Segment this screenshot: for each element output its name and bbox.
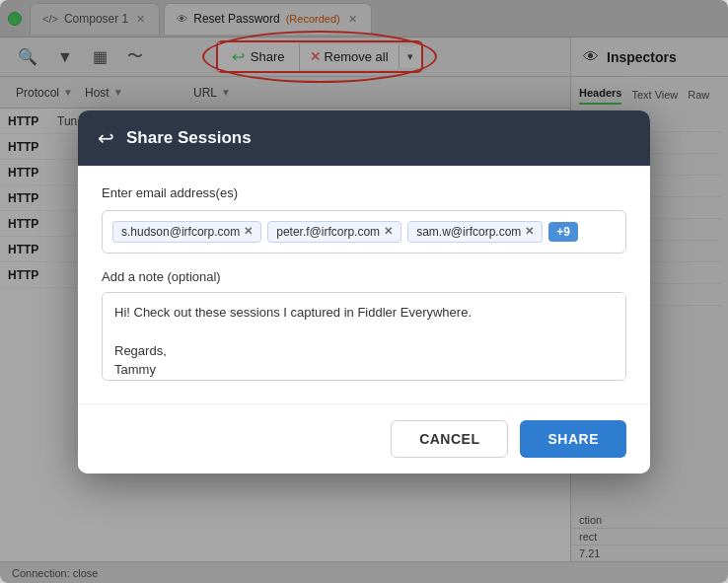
modal-body: Enter email address(es) s.hudson@irfcorp…: [78, 166, 650, 403]
email-tag-1-close[interactable]: ✕: [384, 225, 393, 238]
email-tag-0-close[interactable]: ✕: [244, 225, 253, 238]
share-sessions-modal: ↩ Share Sessions Enter email address(es)…: [78, 110, 650, 474]
email-tag-2-close[interactable]: ✕: [525, 225, 534, 238]
email-tag-0: s.hudson@irfcorp.com ✕: [112, 221, 261, 243]
email-input-area[interactable]: s.hudson@irfcorp.com ✕ peter.f@irfcorp.c…: [102, 210, 626, 254]
email-tag-0-address: s.hudson@irfcorp.com: [121, 225, 240, 239]
email-section-label: Enter email address(es): [102, 185, 626, 200]
email-tag-1: peter.f@irfcorp.com ✕: [267, 221, 401, 243]
extra-emails-badge[interactable]: +9: [548, 222, 578, 242]
note-section-label: Add a note (optional): [102, 269, 626, 284]
cancel-button[interactable]: CANCEL: [391, 420, 508, 458]
modal-header: ↩ Share Sessions: [78, 110, 650, 166]
share-modal-icon: ↩: [98, 126, 114, 150]
share-confirm-button[interactable]: SHARE: [520, 420, 626, 458]
modal-footer: CANCEL SHARE: [78, 403, 650, 474]
email-tag-2-address: sam.w@irfcorp.com: [416, 225, 521, 239]
modal-overlay: ↩ Share Sessions Enter email address(es)…: [0, 0, 728, 583]
email-tag-1-address: peter.f@irfcorp.com: [276, 225, 380, 239]
app-window: </> Composer 1 ✕ 👁 Reset Password (Recor…: [0, 0, 728, 583]
email-tag-2: sam.w@irfcorp.com ✕: [407, 221, 543, 243]
note-textarea[interactable]: Hi! Check out these sessions I captured …: [102, 292, 626, 381]
modal-title: Share Sessions: [126, 128, 252, 148]
